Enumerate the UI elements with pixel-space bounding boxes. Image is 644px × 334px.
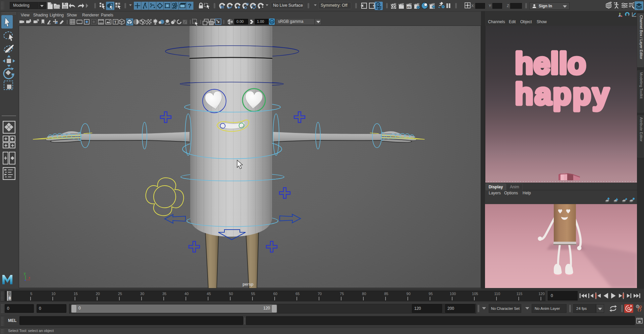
- svg-text:55: 55: [251, 292, 255, 296]
- svg-text:85: 85: [384, 292, 388, 296]
- svg-text:35: 35: [162, 292, 166, 296]
- svg-text:20: 20: [96, 292, 100, 296]
- svg-text:ON: ON: [270, 21, 274, 23]
- svg-text:120: 120: [538, 292, 544, 296]
- svg-text:105: 105: [472, 292, 478, 296]
- svg-text:hello: hello: [515, 47, 586, 80]
- svg-text:50: 50: [229, 292, 233, 296]
- svg-text:y: y: [24, 272, 26, 275]
- svg-text:x: x: [29, 276, 30, 279]
- svg-text:60: 60: [273, 292, 277, 296]
- svg-text:65: 65: [296, 292, 300, 296]
- svg-text:T: T: [114, 20, 117, 24]
- svg-text:30: 30: [140, 292, 144, 296]
- svg-text:110: 110: [494, 292, 500, 296]
- svg-text:persp: persp: [243, 282, 254, 287]
- svg-text:15: 15: [73, 292, 77, 296]
- svg-text:?: ?: [188, 3, 192, 9]
- svg-text:70: 70: [318, 292, 322, 296]
- svg-text:10: 10: [51, 292, 55, 296]
- svg-text:40: 40: [184, 292, 189, 296]
- svg-text:95: 95: [429, 292, 433, 296]
- svg-text:115: 115: [517, 292, 523, 296]
- svg-text:75: 75: [340, 292, 344, 296]
- svg-text:0: 0: [8, 292, 10, 296]
- svg-text:IPR: IPR: [407, 6, 411, 8]
- svg-text:80: 80: [362, 292, 366, 296]
- svg-text:5: 5: [30, 292, 32, 296]
- svg-text:100: 100: [450, 292, 456, 296]
- svg-text:90: 90: [407, 292, 411, 296]
- svg-text:happy: happy: [515, 77, 610, 111]
- svg-text:0: 0: [9, 296, 11, 300]
- svg-text:25: 25: [118, 292, 122, 296]
- svg-text:45: 45: [207, 292, 211, 296]
